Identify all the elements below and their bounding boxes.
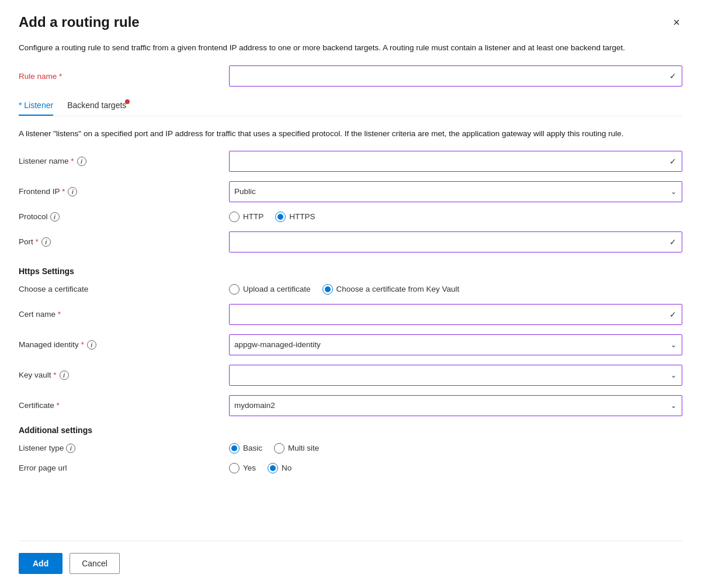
port-wrapper: 443 ✓ <box>229 231 682 253</box>
frontend-ip-info-icon[interactable]: i <box>68 187 77 196</box>
keyvault-cert-radio[interactable] <box>322 284 333 295</box>
tab-backend-targets[interactable]: Backend targets <box>67 96 126 116</box>
certificate-row: Certificate * mydomain2 ⌄ <box>19 395 682 416</box>
listener-type-basic-label[interactable]: Basic <box>229 443 262 454</box>
listener-name-control: AppGatewayHttpsListener ✓ <box>229 151 682 172</box>
listener-name-label: Listener name * i <box>19 157 229 166</box>
listener-name-wrapper: AppGatewayHttpsListener ✓ <box>229 151 682 172</box>
cert-name-input[interactable]: AppGwCertificate <box>229 304 682 325</box>
key-vault-info-icon[interactable]: i <box>60 371 69 380</box>
frontend-ip-label: Frontend IP * i <box>19 187 229 196</box>
frontend-ip-wrapper: Public ⌄ <box>229 181 682 202</box>
protocol-row: Protocol i HTTP HTTPS <box>19 212 682 222</box>
listener-name-row: Listener name * i AppGatewayHttpsListene… <box>19 151 682 172</box>
listener-type-basic-radio[interactable] <box>229 443 240 454</box>
add-button[interactable]: Add <box>19 553 63 574</box>
choose-cert-label: Choose a certificate <box>19 285 229 293</box>
listener-type-control: Basic Multi site <box>229 443 682 454</box>
choose-cert-control: Upload a certificate Choose a certificat… <box>229 284 682 295</box>
error-page-yes-label[interactable]: Yes <box>229 463 256 473</box>
managed-identity-row: Managed identity * i appgw-managed-ident… <box>19 334 682 355</box>
additional-settings-heading: Additional settings <box>19 426 682 435</box>
port-input[interactable]: 443 <box>229 231 682 253</box>
https-settings-heading: Https Settings <box>19 267 682 276</box>
key-vault-label: Key vault * i <box>19 371 229 380</box>
tab-listener[interactable]: * Listener <box>19 96 53 116</box>
listener-name-input[interactable]: AppGatewayHttpsListener <box>229 151 682 172</box>
key-vault-row: Key vault * i ⌄ <box>19 365 682 386</box>
protocol-control: HTTP HTTPS <box>229 212 682 222</box>
frontend-ip-select[interactable]: Public <box>229 181 682 202</box>
listener-type-multisite-label[interactable]: Multi site <box>274 443 319 454</box>
upload-cert-label[interactable]: Upload a certificate <box>229 284 311 295</box>
managed-identity-control: appgw-managed-identity ⌄ <box>229 334 682 355</box>
error-page-url-radio-group: Yes No <box>229 463 682 473</box>
key-vault-star: * <box>53 371 56 379</box>
listener-type-radio-group: Basic Multi site <box>229 443 682 454</box>
error-page-url-row: Error page url Yes No <box>19 463 682 473</box>
frontend-ip-row: Frontend IP * i Public ⌄ <box>19 181 682 202</box>
rule-name-wrapper: rule1 ✓ <box>229 65 682 87</box>
certificate-star: * <box>57 401 60 410</box>
error-page-url-label: Error page url <box>19 464 229 472</box>
port-info-icon[interactable]: i <box>41 237 51 247</box>
protocol-radio-group: HTTP HTTPS <box>229 212 682 222</box>
rule-name-label: Rule name * <box>19 72 229 81</box>
tabs-divider <box>19 116 682 116</box>
frontend-ip-star: * <box>62 187 65 196</box>
certificate-wrapper: mydomain2 ⌄ <box>229 395 682 416</box>
managed-identity-star: * <box>81 340 84 349</box>
rule-name-required-star: Rule name * <box>19 72 62 81</box>
cert-name-wrapper: AppGwCertificate ✓ <box>229 304 682 325</box>
rule-name-input[interactable]: rule1 <box>229 65 682 87</box>
frontend-ip-control: Public ⌄ <box>229 181 682 202</box>
certificate-control: mydomain2 ⌄ <box>229 395 682 416</box>
dialog-footer: Add Cancel <box>19 541 682 588</box>
key-vault-wrapper: ⌄ <box>229 365 682 386</box>
managed-identity-select[interactable]: appgw-managed-identity <box>229 334 682 355</box>
listener-name-info-icon[interactable]: i <box>77 157 86 166</box>
protocol-https-label[interactable]: HTTPS <box>275 212 315 222</box>
protocol-https-radio[interactable] <box>275 212 286 222</box>
listener-type-multisite-radio[interactable] <box>274 443 284 454</box>
managed-identity-wrapper: appgw-managed-identity ⌄ <box>229 334 682 355</box>
port-star: * <box>36 237 39 246</box>
certificate-select[interactable]: mydomain2 <box>229 395 682 416</box>
dialog-body: Configure a routing rule to send traffic… <box>19 42 682 541</box>
key-vault-select[interactable] <box>229 365 682 386</box>
port-row: Port * i 443 ✓ <box>19 231 682 253</box>
error-page-no-radio[interactable] <box>268 463 278 473</box>
dialog-title: Add a routing rule <box>19 14 140 30</box>
tabs-row: * Listener Backend targets <box>19 96 682 116</box>
rule-name-control: rule1 ✓ <box>229 65 682 87</box>
error-page-no-label[interactable]: No <box>268 463 291 473</box>
error-page-url-control: Yes No <box>229 463 682 473</box>
dialog-header: Add a routing rule × <box>19 14 682 30</box>
protocol-http-radio[interactable] <box>229 212 240 222</box>
close-button[interactable]: × <box>671 14 682 30</box>
additional-settings-section: Additional settings <box>19 426 682 435</box>
add-routing-rule-dialog: Add a routing rule × Configure a routing… <box>0 0 701 588</box>
protocol-http-label[interactable]: HTTP <box>229 212 263 222</box>
keyvault-cert-label[interactable]: Choose a certificate from Key Vault <box>322 284 460 295</box>
managed-identity-label: Managed identity * i <box>19 340 229 350</box>
error-page-yes-radio[interactable] <box>229 463 240 473</box>
cert-name-row: Cert name * AppGwCertificate ✓ <box>19 304 682 325</box>
port-control: 443 ✓ <box>229 231 682 253</box>
rule-name-row: Rule name * rule1 ✓ <box>19 65 682 87</box>
cancel-button[interactable]: Cancel <box>70 553 120 574</box>
cert-name-control: AppGwCertificate ✓ <box>229 304 682 325</box>
managed-identity-info-icon[interactable]: i <box>87 340 96 350</box>
cert-name-star: * <box>58 310 61 319</box>
protocol-info-icon[interactable]: i <box>50 212 60 222</box>
listener-type-label: Listener type i <box>19 444 229 453</box>
listener-type-info-icon[interactable]: i <box>66 444 75 453</box>
listener-description: A listener "listens" on a specified port… <box>19 128 661 140</box>
dialog-description: Configure a routing rule to send traffic… <box>19 42 661 54</box>
port-label: Port * i <box>19 237 229 247</box>
listener-type-row: Listener type i Basic Multi site <box>19 443 682 454</box>
listener-name-star: * <box>71 157 74 165</box>
choose-cert-radio-group: Upload a certificate Choose a certificat… <box>229 284 682 295</box>
cert-name-label: Cert name * <box>19 310 229 319</box>
upload-cert-radio[interactable] <box>229 284 240 295</box>
